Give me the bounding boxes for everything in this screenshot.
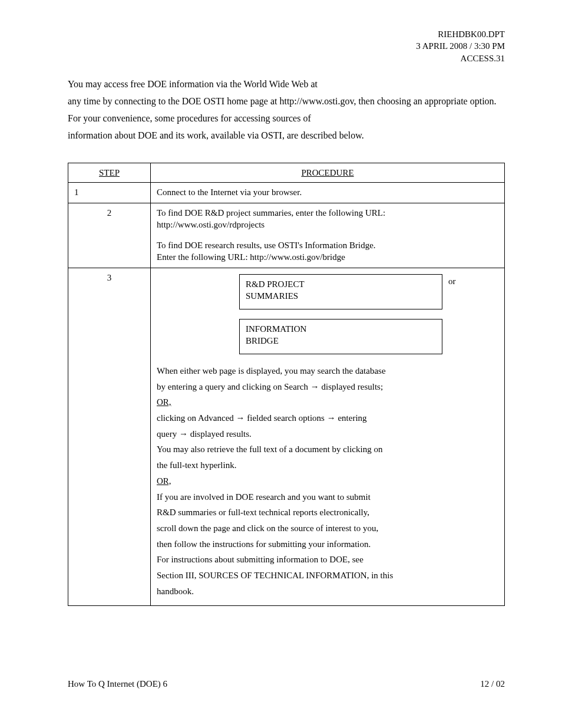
- arrow-icon: →: [327, 413, 336, 423]
- table-row: 1 Connect to the Internet via your brows…: [68, 182, 505, 203]
- footer-right: 12 / 02: [480, 679, 505, 689]
- step-cell: 2: [68, 203, 151, 268]
- page-header: RIEHDBK00.DPT 3 APRIL 2008 / 3:30 PM ACC…: [68, 28, 505, 64]
- header-procedure: PROCEDURE: [151, 163, 505, 182]
- step-cell: 1: [68, 182, 151, 203]
- header-step: STEP: [68, 163, 151, 182]
- or-label: OR,: [157, 397, 171, 407]
- intro-line-3: For your convenience, some procedures fo…: [68, 111, 505, 125]
- procedure-block: R&D PROJECT SUMMARIES or INFORMATION BRI…: [157, 272, 498, 597]
- page-ref: ACCESS.31: [68, 52, 505, 64]
- intro-line-4: information about DOE and its work, avai…: [68, 129, 505, 142]
- procedure-table: STEP PROCEDURE 1 Connect to the Internet…: [68, 163, 505, 607]
- page-footer: How To Q Internet (DOE) 6 12 / 02: [68, 679, 505, 689]
- intro-line-2: any time by connecting to the DOE OSTI h…: [68, 94, 505, 108]
- nav-box-or: or: [448, 275, 456, 287]
- doc-id: RIEHDBK00.DPT: [68, 28, 505, 40]
- doc-date: 3 APRIL 2008 / 3:30 PM: [68, 40, 505, 52]
- nav-box-rd-summaries: R&D PROJECT SUMMARIES: [239, 274, 442, 309]
- intro-text: You may access free DOE information via …: [68, 77, 505, 143]
- intro-line-1: You may access free DOE information via …: [68, 77, 505, 91]
- footer-left: How To Q Internet (DOE) 6: [68, 679, 167, 689]
- arrow-icon: →: [236, 413, 245, 423]
- table-header-row: STEP PROCEDURE: [68, 163, 505, 182]
- or-label: OR,: [157, 476, 171, 486]
- procedure-cell: Connect to the Internet via your browser…: [151, 182, 505, 203]
- arrow-icon: →: [179, 429, 188, 439]
- step-cell: 3: [68, 268, 151, 606]
- procedure-cell: R&D PROJECT SUMMARIES or INFORMATION BRI…: [151, 268, 505, 606]
- procedure-cell: To find DOE R&D project summaries, enter…: [151, 203, 505, 268]
- table-row: 2 To find DOE R&D project summaries, ent…: [68, 203, 505, 268]
- arrow-icon: →: [310, 381, 319, 391]
- page-content: RIEHDBK00.DPT 3 APRIL 2008 / 3:30 PM ACC…: [68, 28, 505, 606]
- nav-box-info-bridge: INFORMATION BRIDGE: [239, 319, 442, 354]
- table-row: 3 R&D PROJECT SUMMARIES or INFORMATION B…: [68, 268, 505, 606]
